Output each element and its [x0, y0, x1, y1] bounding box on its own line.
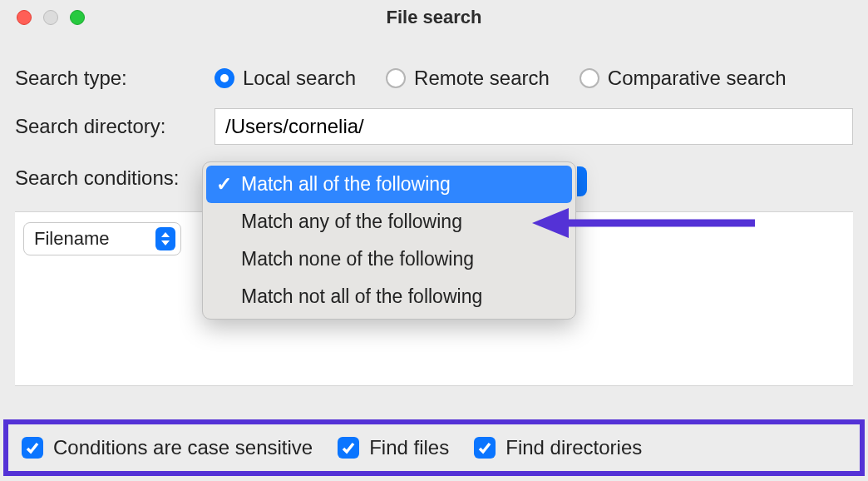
radio-remote-search[interactable]: Remote search — [386, 67, 550, 90]
checkbox-case-sensitive[interactable]: Conditions are case sensitive — [22, 436, 313, 459]
conditions-select-edge — [577, 166, 587, 196]
checkbox-find-directories[interactable]: Find directories — [474, 436, 642, 459]
radio-dot-icon — [215, 68, 234, 88]
search-type-label: Search type: — [15, 67, 215, 90]
search-type-radios: Local search Remote search Comparative s… — [215, 67, 787, 90]
radio-comparative-label: Comparative search — [608, 67, 787, 90]
checkbox-find-files[interactable]: Find files — [338, 436, 449, 459]
checkbox-checked-icon — [474, 437, 496, 459]
search-type-row: Search type: Local search Remote search … — [0, 62, 868, 95]
checkbox-case-sensitive-label: Conditions are case sensitive — [53, 436, 313, 459]
radio-dot-icon — [386, 68, 406, 88]
checkbox-checked-icon — [338, 437, 359, 459]
search-directory-row: Search directory: — [0, 103, 868, 150]
search-conditions-label: Search conditions: — [15, 166, 215, 190]
rule-field-value: Filename — [34, 228, 109, 250]
chevron-updown-icon — [155, 227, 175, 250]
radio-comparative-search[interactable]: Comparative search — [579, 67, 787, 90]
checkbox-checked-icon — [22, 437, 43, 459]
radio-dot-icon — [579, 68, 599, 88]
radio-local-label: Local search — [243, 67, 356, 90]
annotation-arrow-icon — [532, 206, 757, 240]
menu-item-match-any[interactable]: Match any of the following — [206, 203, 572, 240]
checkbox-find-files-label: Find files — [369, 436, 449, 459]
file-search-window: File search Search type: Local search Re… — [0, 0, 868, 481]
menu-item-match-none[interactable]: Match none of the following — [206, 240, 572, 278]
window-title: File search — [0, 7, 868, 28]
titlebar: File search — [0, 0, 868, 35]
menu-item-match-not-all[interactable]: Match not all of the following — [206, 278, 572, 315]
rule-field-select[interactable]: Filename — [23, 222, 181, 255]
checkbox-find-directories-label: Find directories — [506, 436, 642, 459]
search-directory-label: Search directory: — [15, 115, 215, 138]
bottom-options-panel: Conditions are case sensitive Find files… — [3, 419, 865, 476]
search-directory-input[interactable] — [215, 108, 853, 145]
svg-marker-1 — [532, 208, 569, 238]
radio-local-search[interactable]: Local search — [215, 67, 356, 90]
radio-remote-label: Remote search — [414, 67, 550, 90]
menu-item-match-all[interactable]: Match all of the following — [206, 166, 572, 203]
conditions-dropdown-menu: Match all of the following Match any of … — [202, 161, 576, 320]
